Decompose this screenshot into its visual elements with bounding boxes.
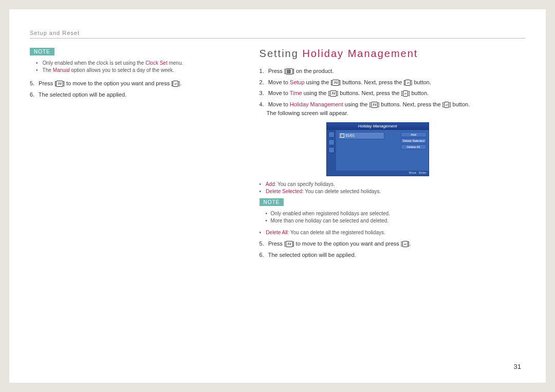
- updown-icon: ∧∨: [330, 90, 337, 97]
- updown-icon: ∧∨: [286, 241, 293, 247]
- text: Only enabled when registered holidays ar…: [271, 211, 390, 216]
- accent-text: Setup: [290, 79, 305, 85]
- manual-page: Setup and Reset NOTE Only enabled when t…: [9, 9, 546, 383]
- note-line: The Manual option allows you to select a…: [36, 67, 239, 73]
- osd-row: 01/01: [338, 132, 384, 139]
- note-line: More than one holiday can be selected an…: [266, 218, 525, 223]
- accent-text: Delete Selected: [266, 189, 302, 194]
- page-number: 31: [514, 363, 521, 370]
- description-list: Delete All: You can delete all the regis…: [260, 230, 525, 235]
- text: using the [: [343, 101, 371, 107]
- osd-buttons: Add Delete Selected Delete All: [401, 132, 427, 150]
- accent-text: Time: [290, 90, 302, 96]
- enter-icon: ↵: [173, 81, 178, 87]
- text: ] buttons. Next, press the [: [378, 101, 443, 107]
- enter-icon: ↵: [403, 90, 409, 97]
- osd-add-button: Add: [401, 132, 427, 137]
- text: Press [: [268, 68, 286, 74]
- text: ] button.: [449, 101, 470, 107]
- description-list: Add: You can specify holidays. Delete Se…: [260, 181, 525, 194]
- osd-delete-all-button: Delete All: [401, 144, 427, 150]
- step-number: 6.: [30, 90, 37, 100]
- step-number: 5.: [30, 79, 37, 88]
- accent-text: Clock Set: [145, 60, 168, 66]
- left-column: NOTE Only enabled when the clock is set …: [30, 48, 239, 262]
- accent-text: Add: [266, 181, 275, 187]
- text: Move to: [268, 79, 290, 85]
- text: : You can delete all the registered holi…: [288, 230, 385, 235]
- step-5: 5. Press [∧∨] to move to the option you …: [30, 79, 239, 88]
- text: Only enabled when the clock is set using…: [43, 60, 145, 66]
- text: The: [43, 67, 53, 73]
- updown-icon: ∧∨: [56, 81, 63, 87]
- steps-list: 5. Press [∧∨] to move to the option you …: [260, 239, 525, 259]
- step-6: 6. The selected option will be applied.: [30, 90, 239, 100]
- note-line: Only enabled when registered holidays ar…: [266, 211, 525, 216]
- text: ] button.: [408, 90, 429, 96]
- accent-text: Delete All: [266, 230, 287, 235]
- updown-icon: ∧∨: [332, 80, 339, 86]
- text: : You can specify holidays.: [275, 181, 335, 187]
- section-heading: Setting Holiday Management: [260, 48, 525, 60]
- step-4: 4. Move to Holiday Management using the …: [260, 100, 525, 118]
- desc-delete-selected: Delete Selected: You can delete selected…: [260, 189, 525, 194]
- note-body: Only enabled when registered holidays ar…: [266, 211, 525, 223]
- menu-icon: [286, 68, 293, 74]
- step-2: 2. Move to Setup using the [∧∨] buttons.…: [260, 78, 525, 87]
- note-badge: NOTE: [30, 48, 54, 55]
- osd-sidebar-icon: [328, 147, 335, 153]
- text: ] to move to the option you want and pre…: [293, 240, 402, 247]
- osd-sidebar-icon: [328, 132, 335, 138]
- enter-icon: ↵: [444, 102, 450, 108]
- steps-list: 1. Press [] on the product. 2. Move to S…: [260, 67, 525, 118]
- osd-footer-enter: Enter: [419, 171, 426, 174]
- text: Press [: [39, 80, 56, 86]
- text: : You can delete selected holidays.: [302, 189, 381, 194]
- osd-title: Holiday Management: [327, 123, 429, 130]
- step-number: 4.: [260, 100, 267, 109]
- text: using the [: [302, 90, 330, 96]
- accent-text: Manual: [53, 67, 70, 73]
- heading-prefix: Setting: [260, 48, 303, 59]
- desc-delete-all: Delete All: You can delete all the regis…: [260, 230, 525, 235]
- step-6: 6. The selected option will be applied.: [260, 251, 525, 260]
- text: Move to: [268, 101, 290, 107]
- text: option allows you to select a day of the…: [69, 67, 174, 73]
- right-column: Setting Holiday Management 1. Press [] o…: [260, 48, 525, 262]
- two-column-layout: NOTE Only enabled when the clock is set …: [30, 48, 525, 262]
- text: ].: [408, 240, 411, 247]
- step-number: 1.: [260, 67, 267, 76]
- text: ] buttons. Next, press the [: [337, 90, 402, 96]
- enter-icon: ↵: [405, 80, 411, 86]
- breadcrumb: Setup and Reset: [30, 30, 525, 39]
- accent-text: Holiday Management: [290, 101, 343, 107]
- osd-footer: Move Enter: [327, 171, 429, 176]
- text: The selected option will be applied.: [268, 252, 356, 258]
- osd-date: 01/01: [346, 134, 355, 137]
- osd-sidebar: [327, 130, 336, 171]
- text: ] button.: [411, 79, 431, 85]
- text: using the [: [305, 79, 332, 85]
- text: ] buttons. Next, press the [: [339, 79, 405, 85]
- updown-icon: ∧∨: [371, 102, 378, 108]
- step-5: 5. Press [∧∨] to move to the option you …: [260, 239, 525, 249]
- heading-accent: Holiday Management: [302, 48, 418, 59]
- step-3: 3. Move to Time using the [∧∨] buttons. …: [260, 89, 525, 98]
- checkbox-icon: [340, 134, 344, 138]
- text: ].: [178, 80, 181, 86]
- text: ] on the product.: [293, 68, 334, 74]
- note-body: Only enabled when the clock is set using…: [36, 60, 239, 73]
- enter-icon: ↵: [402, 241, 408, 247]
- text: menu.: [168, 60, 183, 66]
- osd-sidebar-icon: [328, 139, 335, 145]
- text: More than one holiday can be selected an…: [271, 218, 389, 223]
- text: Press [: [268, 240, 286, 247]
- note-line: Only enabled when the clock is set using…: [36, 60, 239, 66]
- note-badge: NOTE: [260, 198, 284, 206]
- osd-footer-move: Move: [409, 171, 417, 174]
- steps-list: 5. Press [∧∨] to move to the option you …: [30, 79, 239, 99]
- text: Move to: [268, 90, 290, 96]
- osd-delete-selected-button: Delete Selected: [401, 138, 427, 143]
- step-number: 2.: [260, 78, 267, 87]
- step-1: 1. Press [] on the product.: [260, 67, 525, 76]
